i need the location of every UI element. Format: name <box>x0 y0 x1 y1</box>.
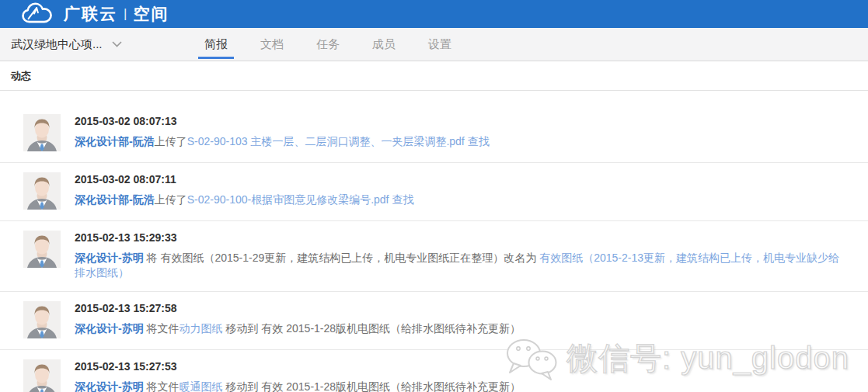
activity-text: 将 有效图纸（2015-1-29更新，建筑结构已上传，机电专业图纸正在整理）改名… <box>144 252 540 264</box>
feed-body: 2015-03-02 08:07:13 深化设计部-阮浩上传了S-02-90-1… <box>75 114 490 151</box>
timestamp: 2015-02-13 15:29:33 <box>75 231 845 244</box>
feed-item: 2015-03-02 08:07:11 深化设计部-阮浩上传了S-02-90-1… <box>0 162 868 220</box>
user-link[interactable]: 深化设计部-阮浩 <box>75 193 155 206</box>
timestamp: 2015-03-02 08:07:13 <box>75 115 490 127</box>
file-link[interactable]: S-02-90-100-根据审图意见修改梁编号.pdf <box>187 193 389 206</box>
tab-label: 设置 <box>428 37 451 52</box>
user-link[interactable]: 深化设计-苏明 <box>75 380 144 392</box>
file-link[interactable]: 动力图纸 <box>180 322 223 335</box>
activity-text: 上传了 <box>155 135 187 147</box>
chevron-down-icon <box>112 41 122 47</box>
user-link[interactable]: 深化设计-苏明 <box>75 322 144 335</box>
avatar <box>23 114 61 151</box>
timestamp: 2015-03-02 08:07:11 <box>75 173 413 186</box>
user-link[interactable]: 深化设计部-阮浩 <box>75 135 155 147</box>
activity-line: 深化设计-苏明 将文件动力图纸 移动到 有效 2015-1-28版机电图纸（给排… <box>75 321 521 336</box>
activity-line: 深化设计-苏明 将 有效图纸（2015-1-29更新，建筑结构已上传，机电专业图… <box>75 251 845 280</box>
tab-label: 成员 <box>372 37 396 52</box>
tab-label: 简报 <box>204 37 228 52</box>
feed-item: 2015-02-13 15:29:33 深化设计-苏明 将 有效图纸（2015-… <box>0 220 868 291</box>
activity-text: 移动到 有效 2015-1-28版机电图纸（给排水图纸待补充更新） <box>223 380 521 392</box>
feed-item: 2015-03-02 08:07:13 深化设计部-阮浩上传了S-02-90-1… <box>0 105 868 162</box>
tabs: 简报 文档 任务 成员 设置 <box>198 28 478 61</box>
avatar <box>23 172 61 210</box>
feed-body: 2015-02-13 15:27:53 深化设计-苏明 将文件暖通图纸 移动到 … <box>75 359 521 392</box>
feed-item: 2015-02-13 15:27:58 深化设计-苏明 将文件动力图纸 移动到 … <box>0 291 868 349</box>
cloud-logo-icon <box>20 2 54 26</box>
timestamp: 2015-02-13 15:27:58 <box>75 302 521 314</box>
activity-line: 深化设计部-阮浩上传了S-02-90-103 主楼一层、二层洞口调整、一夹层梁调… <box>75 134 490 149</box>
feed-item: 2015-02-13 15:27:53 深化设计-苏明 将文件暖通图纸 移动到 … <box>0 349 868 392</box>
tab-label: 任务 <box>316 37 340 52</box>
section-title: 动态 <box>11 69 31 83</box>
tab-members[interactable]: 成员 <box>366 28 402 61</box>
tab-settings[interactable]: 设置 <box>422 28 458 61</box>
nav-bar: 武汉绿地中心项... 简报 文档 任务 成员 设置 <box>0 28 868 61</box>
section-bar: 动态 <box>0 61 868 91</box>
activity-text: 移动到 有效 2015-1-28版机电图纸（给排水图纸待补充更新） <box>223 322 521 335</box>
avatar <box>23 359 61 392</box>
file-link[interactable]: 暖通图纸 <box>180 380 223 392</box>
activity-text: 将文件 <box>144 380 180 392</box>
product-name: 空间 <box>133 3 169 25</box>
project-selector[interactable]: 武汉绿地中心项... <box>11 28 188 61</box>
project-selector-label: 武汉绿地中心项... <box>11 37 103 52</box>
activity-text: 上传了 <box>155 193 187 206</box>
tab-active-underline <box>198 57 234 59</box>
activity-text: 将文件 <box>144 322 180 335</box>
timestamp: 2015-02-13 15:27:53 <box>75 360 521 373</box>
feed-list: 2015-03-02 08:07:13 深化设计部-阮浩上传了S-02-90-1… <box>0 91 868 392</box>
find-link[interactable]: 查找 <box>468 135 490 147</box>
find-link[interactable]: 查找 <box>392 193 413 206</box>
activity-line: 深化设计-苏明 将文件暖通图纸 移动到 有效 2015-1-28版机电图纸（给排… <box>75 380 521 392</box>
file-link[interactable]: S-02-90-103 主楼一层、二层洞口调整、一夹层梁调整.pdf <box>187 135 465 147</box>
avatar <box>23 231 61 268</box>
user-link[interactable]: 深化设计-苏明 <box>75 252 144 264</box>
brand-divider: | <box>124 6 127 22</box>
tab-briefing[interactable]: 简报 <box>198 28 234 61</box>
tab-label: 文档 <box>260 37 284 52</box>
feed-body: 2015-03-02 08:07:11 深化设计部-阮浩上传了S-02-90-1… <box>75 172 413 210</box>
tab-tasks[interactable]: 任务 <box>310 28 346 61</box>
feed-body: 2015-02-13 15:27:58 深化设计-苏明 将文件动力图纸 移动到 … <box>75 301 521 338</box>
brand-name: 广联云 <box>64 3 117 25</box>
avatar <box>23 301 61 338</box>
activity-line: 深化设计部-阮浩上传了S-02-90-100-根据审图意见修改梁编号.pdf 查… <box>75 193 413 207</box>
app-header: 广联云 | 空间 <box>0 0 868 28</box>
feed-body: 2015-02-13 15:29:33 深化设计-苏明 将 有效图纸（2015-… <box>75 231 845 280</box>
tab-documents[interactable]: 文档 <box>254 28 290 61</box>
